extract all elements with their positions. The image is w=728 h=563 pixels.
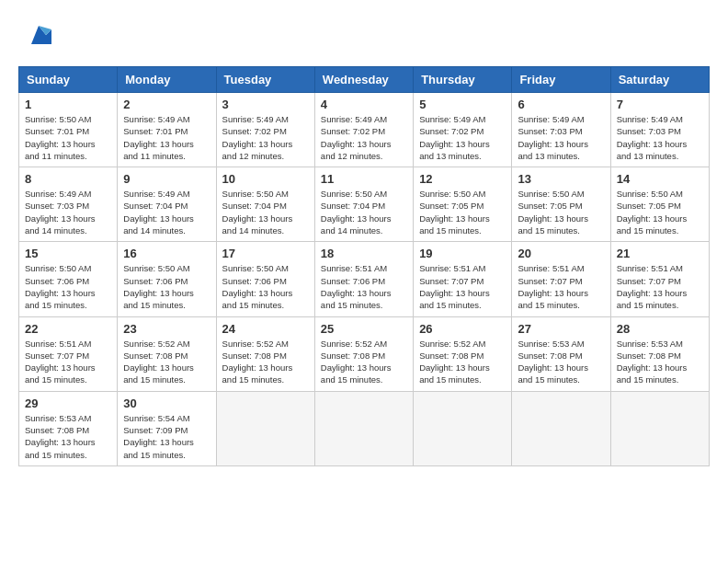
day-number: 27 xyxy=(518,322,604,336)
calendar-cell: 6 Sunrise: 5:49 AMSunset: 7:03 PMDayligh… xyxy=(512,93,610,167)
calendar-cell: 20 Sunrise: 5:51 AMSunset: 7:07 PMDaylig… xyxy=(512,242,610,316)
day-number: 9 xyxy=(123,172,210,186)
calendar-cell: 8 Sunrise: 5:49 AMSunset: 7:03 PMDayligh… xyxy=(19,167,118,242)
calendar-cell: 25 Sunrise: 5:52 AMSunset: 7:08 PMDaylig… xyxy=(314,316,413,391)
calendar-cell: 3 Sunrise: 5:49 AMSunset: 7:02 PMDayligh… xyxy=(216,93,314,167)
day-info: Sunrise: 5:50 AMSunset: 7:01 PMDaylight:… xyxy=(25,113,111,162)
header-monday: Monday xyxy=(118,67,216,93)
calendar-cell xyxy=(414,391,512,465)
day-info: Sunrise: 5:50 AMSunset: 7:04 PMDaylight:… xyxy=(222,188,309,236)
header-sunday: Sunday xyxy=(19,67,118,93)
day-info: Sunrise: 5:49 AMSunset: 7:02 PMDaylight:… xyxy=(419,113,506,162)
header-tuesday: Tuesday xyxy=(216,67,314,93)
day-info: Sunrise: 5:49 AMSunset: 7:03 PMDaylight:… xyxy=(617,113,703,162)
calendar-cell: 30 Sunrise: 5:54 AMSunset: 7:09 PMDaylig… xyxy=(118,391,216,465)
day-number: 19 xyxy=(419,247,506,260)
day-info: Sunrise: 5:49 AMSunset: 7:02 PMDaylight:… xyxy=(321,113,407,162)
day-info: Sunrise: 5:53 AMSunset: 7:08 PMDaylight:… xyxy=(617,338,703,386)
day-number: 4 xyxy=(321,98,407,111)
calendar-cell: 1 Sunrise: 5:50 AMSunset: 7:01 PMDayligh… xyxy=(19,93,118,167)
day-number: 16 xyxy=(123,247,210,260)
day-info: Sunrise: 5:50 AMSunset: 7:04 PMDaylight:… xyxy=(321,188,407,236)
day-number: 14 xyxy=(617,172,703,186)
calendar-cell: 17 Sunrise: 5:50 AMSunset: 7:06 PMDaylig… xyxy=(216,242,314,316)
calendar-cell: 2 Sunrise: 5:49 AMSunset: 7:01 PMDayligh… xyxy=(118,93,216,167)
weekday-header-row: Sunday Monday Tuesday Wednesday Thursday… xyxy=(19,67,710,93)
header-saturday: Saturday xyxy=(610,67,709,93)
page-header xyxy=(18,18,710,52)
calendar-row: 15 Sunrise: 5:50 AMSunset: 7:06 PMDaylig… xyxy=(19,242,710,316)
calendar-cell: 29 Sunrise: 5:53 AMSunset: 7:08 PMDaylig… xyxy=(19,391,118,465)
day-info: Sunrise: 5:52 AMSunset: 7:08 PMDaylight:… xyxy=(222,338,309,386)
day-info: Sunrise: 5:49 AMSunset: 7:03 PMDaylight:… xyxy=(25,188,111,236)
calendar-cell xyxy=(314,391,413,465)
calendar-cell xyxy=(512,391,610,465)
calendar-cell: 24 Sunrise: 5:52 AMSunset: 7:08 PMDaylig… xyxy=(216,316,314,391)
calendar-cell: 26 Sunrise: 5:52 AMSunset: 7:08 PMDaylig… xyxy=(414,316,512,391)
day-info: Sunrise: 5:52 AMSunset: 7:08 PMDaylight:… xyxy=(321,338,407,386)
day-info: Sunrise: 5:52 AMSunset: 7:08 PMDaylight:… xyxy=(123,338,210,386)
day-info: Sunrise: 5:51 AMSunset: 7:07 PMDaylight:… xyxy=(25,338,111,386)
day-number: 20 xyxy=(518,247,604,260)
day-number: 17 xyxy=(222,247,309,260)
day-info: Sunrise: 5:51 AMSunset: 7:07 PMDaylight:… xyxy=(518,262,604,311)
day-info: Sunrise: 5:50 AMSunset: 7:06 PMDaylight:… xyxy=(25,262,111,311)
day-info: Sunrise: 5:50 AMSunset: 7:05 PMDaylight:… xyxy=(617,188,703,236)
calendar-cell: 9 Sunrise: 5:49 AMSunset: 7:04 PMDayligh… xyxy=(118,167,216,242)
calendar-cell: 19 Sunrise: 5:51 AMSunset: 7:07 PMDaylig… xyxy=(414,242,512,316)
day-number: 30 xyxy=(123,396,210,410)
day-number: 25 xyxy=(321,322,407,336)
day-number: 7 xyxy=(617,98,703,111)
day-info: Sunrise: 5:50 AMSunset: 7:06 PMDaylight:… xyxy=(123,262,210,311)
calendar-cell xyxy=(216,391,314,465)
calendar-cell: 11 Sunrise: 5:50 AMSunset: 7:04 PMDaylig… xyxy=(314,167,413,242)
day-info: Sunrise: 5:52 AMSunset: 7:08 PMDaylight:… xyxy=(419,338,506,386)
day-info: Sunrise: 5:53 AMSunset: 7:08 PMDaylight:… xyxy=(518,338,604,386)
calendar-cell: 12 Sunrise: 5:50 AMSunset: 7:05 PMDaylig… xyxy=(414,167,512,242)
header-thursday: Thursday xyxy=(414,67,512,93)
calendar-cell: 10 Sunrise: 5:50 AMSunset: 7:04 PMDaylig… xyxy=(216,167,314,242)
day-info: Sunrise: 5:49 AMSunset: 7:02 PMDaylight:… xyxy=(222,113,309,162)
day-number: 21 xyxy=(617,247,703,260)
day-number: 15 xyxy=(25,247,111,260)
day-info: Sunrise: 5:51 AMSunset: 7:07 PMDaylight:… xyxy=(617,262,703,311)
day-number: 2 xyxy=(123,98,210,111)
calendar-row: 22 Sunrise: 5:51 AMSunset: 7:07 PMDaylig… xyxy=(19,316,710,391)
day-number: 8 xyxy=(25,172,111,186)
calendar-cell: 18 Sunrise: 5:51 AMSunset: 7:06 PMDaylig… xyxy=(314,242,413,316)
day-number: 10 xyxy=(222,172,309,186)
header-friday: Friday xyxy=(512,67,610,93)
day-info: Sunrise: 5:51 AMSunset: 7:06 PMDaylight:… xyxy=(321,262,407,311)
day-number: 3 xyxy=(222,98,309,111)
calendar-cell: 7 Sunrise: 5:49 AMSunset: 7:03 PMDayligh… xyxy=(610,93,709,167)
calendar-row: 8 Sunrise: 5:49 AMSunset: 7:03 PMDayligh… xyxy=(19,167,710,242)
calendar-row: 29 Sunrise: 5:53 AMSunset: 7:08 PMDaylig… xyxy=(19,391,710,465)
calendar-cell: 21 Sunrise: 5:51 AMSunset: 7:07 PMDaylig… xyxy=(610,242,709,316)
calendar-cell: 27 Sunrise: 5:53 AMSunset: 7:08 PMDaylig… xyxy=(512,316,610,391)
day-number: 29 xyxy=(25,396,111,410)
day-number: 24 xyxy=(222,322,309,336)
day-number: 26 xyxy=(419,322,506,336)
calendar-cell xyxy=(610,391,709,465)
calendar-cell: 22 Sunrise: 5:51 AMSunset: 7:07 PMDaylig… xyxy=(19,316,118,391)
logo xyxy=(18,18,55,52)
day-info: Sunrise: 5:50 AMSunset: 7:06 PMDaylight:… xyxy=(222,262,309,311)
day-number: 18 xyxy=(321,247,407,260)
day-info: Sunrise: 5:49 AMSunset: 7:04 PMDaylight:… xyxy=(123,188,210,236)
day-number: 11 xyxy=(321,172,407,186)
day-number: 23 xyxy=(123,322,210,336)
calendar-row: 1 Sunrise: 5:50 AMSunset: 7:01 PMDayligh… xyxy=(19,93,710,167)
calendar-cell: 14 Sunrise: 5:50 AMSunset: 7:05 PMDaylig… xyxy=(610,167,709,242)
calendar-cell: 28 Sunrise: 5:53 AMSunset: 7:08 PMDaylig… xyxy=(610,316,709,391)
day-number: 6 xyxy=(518,98,604,111)
day-number: 1 xyxy=(25,98,111,111)
day-number: 22 xyxy=(25,322,111,336)
header-wednesday: Wednesday xyxy=(314,67,413,93)
calendar-table: Sunday Monday Tuesday Wednesday Thursday… xyxy=(18,66,710,466)
calendar-cell: 15 Sunrise: 5:50 AMSunset: 7:06 PMDaylig… xyxy=(19,242,118,316)
calendar-cell: 13 Sunrise: 5:50 AMSunset: 7:05 PMDaylig… xyxy=(512,167,610,242)
day-number: 13 xyxy=(518,172,604,186)
day-info: Sunrise: 5:50 AMSunset: 7:05 PMDaylight:… xyxy=(419,188,506,236)
day-info: Sunrise: 5:49 AMSunset: 7:01 PMDaylight:… xyxy=(123,113,210,162)
day-info: Sunrise: 5:51 AMSunset: 7:07 PMDaylight:… xyxy=(419,262,506,311)
